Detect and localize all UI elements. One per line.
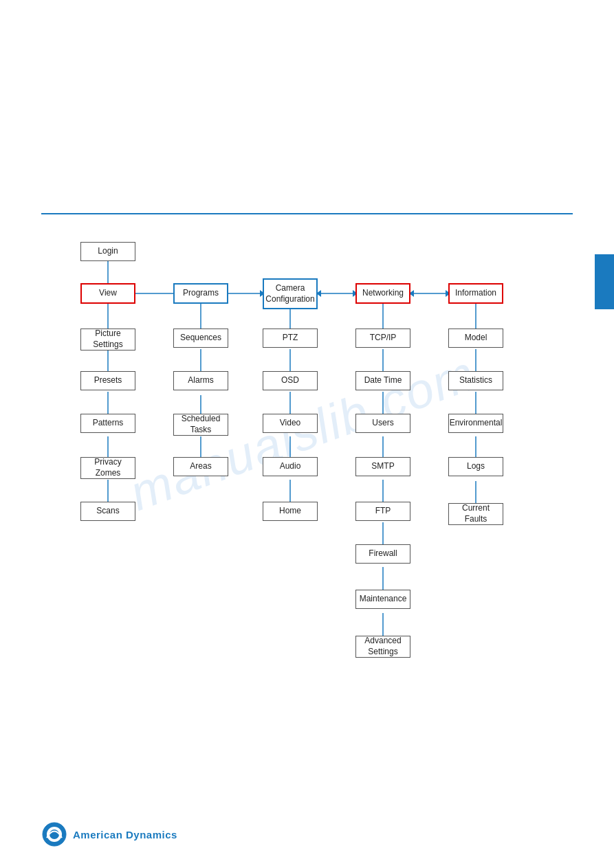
- ad-logo-svg: [41, 821, 67, 847]
- login-node: Login: [80, 242, 135, 261]
- tcp-ip-node: TCP/IP: [355, 329, 410, 348]
- sequences-node: Sequences: [173, 329, 228, 348]
- presets-node: Presets: [80, 371, 135, 390]
- maintenance-node: Maintenance: [355, 590, 410, 609]
- advanced-settings-node: Advanced Settings: [355, 636, 410, 658]
- model-node: Model: [448, 329, 503, 348]
- picture-settings-node: Picture Settings: [80, 329, 135, 350]
- logs-node: Logs: [448, 457, 503, 476]
- alarms-node: Alarms: [173, 371, 228, 390]
- diagram-area: Login View Programs Camera Configuration…: [41, 227, 559, 744]
- ad-logo: [41, 821, 67, 847]
- current-faults-node: Current Faults: [448, 503, 503, 525]
- ptz-node: PTZ: [263, 329, 318, 348]
- privacy-zones-node: Privacy Zomes: [80, 457, 135, 479]
- ftp-node: FTP: [355, 502, 410, 521]
- networking-node: Networking: [355, 283, 410, 304]
- home-node: Home: [263, 502, 318, 521]
- date-time-node: Date Time: [355, 371, 410, 390]
- view-node: View: [80, 283, 135, 304]
- osd-node: OSD: [263, 371, 318, 390]
- footer-company-name: American Dynamics: [73, 829, 177, 841]
- patterns-node: Patterns: [80, 414, 135, 433]
- users-node: Users: [355, 414, 410, 433]
- audio-node: Audio: [263, 457, 318, 476]
- scans-node: Scans: [80, 502, 135, 521]
- statistics-node: Statistics: [448, 371, 503, 390]
- video-node: Video: [263, 414, 318, 433]
- camera-config-node: Camera Configuration: [263, 278, 318, 309]
- firewall-node: Firewall: [355, 544, 410, 564]
- footer: American Dynamics: [41, 821, 177, 847]
- areas-node: Areas: [173, 457, 228, 476]
- scheduled-tasks-node: Scheduled Tasks: [173, 414, 228, 436]
- sidebar-tab: [595, 254, 614, 309]
- programs-node: Programs: [173, 283, 228, 304]
- information-node: Information: [448, 283, 503, 304]
- smtp-node: SMTP: [355, 457, 410, 476]
- top-rule: [41, 213, 573, 214]
- environmental-node: Environmental: [448, 414, 503, 433]
